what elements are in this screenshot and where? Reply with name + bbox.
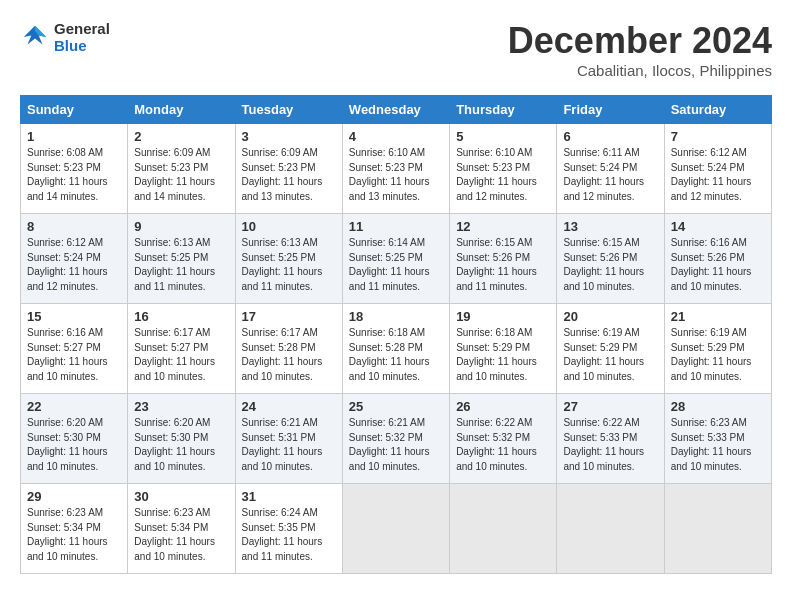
day-number: 4: [349, 129, 443, 144]
day-number: 7: [671, 129, 765, 144]
calendar-cell: [342, 484, 449, 574]
day-info: Sunrise: 6:20 AMSunset: 5:30 PMDaylight:…: [134, 416, 228, 474]
calendar-cell: 25Sunrise: 6:21 AMSunset: 5:32 PMDayligh…: [342, 394, 449, 484]
calendar-cell: 24Sunrise: 6:21 AMSunset: 5:31 PMDayligh…: [235, 394, 342, 484]
day-info: Sunrise: 6:23 AMSunset: 5:34 PMDaylight:…: [27, 506, 121, 564]
day-info: Sunrise: 6:16 AMSunset: 5:26 PMDaylight:…: [671, 236, 765, 294]
calendar-cell: 2Sunrise: 6:09 AMSunset: 5:23 PMDaylight…: [128, 124, 235, 214]
day-number: 16: [134, 309, 228, 324]
day-info: Sunrise: 6:21 AMSunset: 5:32 PMDaylight:…: [349, 416, 443, 474]
title-area: December 2024 Cabalitian, Ilocos, Philip…: [508, 20, 772, 79]
day-info: Sunrise: 6:13 AMSunset: 5:25 PMDaylight:…: [242, 236, 336, 294]
calendar-cell: 6Sunrise: 6:11 AMSunset: 5:24 PMDaylight…: [557, 124, 664, 214]
day-info: Sunrise: 6:19 AMSunset: 5:29 PMDaylight:…: [671, 326, 765, 384]
calendar-cell: 3Sunrise: 6:09 AMSunset: 5:23 PMDaylight…: [235, 124, 342, 214]
calendar-cell: 9Sunrise: 6:13 AMSunset: 5:25 PMDaylight…: [128, 214, 235, 304]
day-info: Sunrise: 6:21 AMSunset: 5:31 PMDaylight:…: [242, 416, 336, 474]
weekday-header-thursday: Thursday: [450, 96, 557, 124]
day-number: 17: [242, 309, 336, 324]
day-info: Sunrise: 6:12 AMSunset: 5:24 PMDaylight:…: [671, 146, 765, 204]
day-number: 29: [27, 489, 121, 504]
day-info: Sunrise: 6:17 AMSunset: 5:27 PMDaylight:…: [134, 326, 228, 384]
calendar-table: SundayMondayTuesdayWednesdayThursdayFrid…: [20, 95, 772, 574]
calendar-week-row: 22Sunrise: 6:20 AMSunset: 5:30 PMDayligh…: [21, 394, 772, 484]
day-info: Sunrise: 6:18 AMSunset: 5:28 PMDaylight:…: [349, 326, 443, 384]
logo-icon: [20, 22, 50, 52]
day-number: 22: [27, 399, 121, 414]
calendar-cell: 13Sunrise: 6:15 AMSunset: 5:26 PMDayligh…: [557, 214, 664, 304]
day-number: 10: [242, 219, 336, 234]
day-info: Sunrise: 6:18 AMSunset: 5:29 PMDaylight:…: [456, 326, 550, 384]
day-number: 21: [671, 309, 765, 324]
calendar-cell: 31Sunrise: 6:24 AMSunset: 5:35 PMDayligh…: [235, 484, 342, 574]
calendar-cell: 14Sunrise: 6:16 AMSunset: 5:26 PMDayligh…: [664, 214, 771, 304]
calendar-cell: 8Sunrise: 6:12 AMSunset: 5:24 PMDaylight…: [21, 214, 128, 304]
calendar-cell: 12Sunrise: 6:15 AMSunset: 5:26 PMDayligh…: [450, 214, 557, 304]
day-number: 8: [27, 219, 121, 234]
calendar-cell: 20Sunrise: 6:19 AMSunset: 5:29 PMDayligh…: [557, 304, 664, 394]
calendar-week-row: 8Sunrise: 6:12 AMSunset: 5:24 PMDaylight…: [21, 214, 772, 304]
weekday-header-sunday: Sunday: [21, 96, 128, 124]
day-number: 28: [671, 399, 765, 414]
calendar-cell: 30Sunrise: 6:23 AMSunset: 5:34 PMDayligh…: [128, 484, 235, 574]
day-info: Sunrise: 6:23 AMSunset: 5:33 PMDaylight:…: [671, 416, 765, 474]
calendar-week-row: 15Sunrise: 6:16 AMSunset: 5:27 PMDayligh…: [21, 304, 772, 394]
day-number: 6: [563, 129, 657, 144]
calendar-cell: [450, 484, 557, 574]
calendar-cell: 29Sunrise: 6:23 AMSunset: 5:34 PMDayligh…: [21, 484, 128, 574]
calendar-cell: 10Sunrise: 6:13 AMSunset: 5:25 PMDayligh…: [235, 214, 342, 304]
day-info: Sunrise: 6:22 AMSunset: 5:33 PMDaylight:…: [563, 416, 657, 474]
day-info: Sunrise: 6:23 AMSunset: 5:34 PMDaylight:…: [134, 506, 228, 564]
calendar-body: 1Sunrise: 6:08 AMSunset: 5:23 PMDaylight…: [21, 124, 772, 574]
day-number: 20: [563, 309, 657, 324]
day-number: 5: [456, 129, 550, 144]
day-info: Sunrise: 6:24 AMSunset: 5:35 PMDaylight:…: [242, 506, 336, 564]
calendar-cell: 7Sunrise: 6:12 AMSunset: 5:24 PMDaylight…: [664, 124, 771, 214]
day-info: Sunrise: 6:09 AMSunset: 5:23 PMDaylight:…: [242, 146, 336, 204]
day-number: 15: [27, 309, 121, 324]
calendar-cell: 23Sunrise: 6:20 AMSunset: 5:30 PMDayligh…: [128, 394, 235, 484]
logo-text: General Blue: [54, 20, 110, 55]
weekday-header-tuesday: Tuesday: [235, 96, 342, 124]
day-info: Sunrise: 6:08 AMSunset: 5:23 PMDaylight:…: [27, 146, 121, 204]
day-number: 30: [134, 489, 228, 504]
day-info: Sunrise: 6:15 AMSunset: 5:26 PMDaylight:…: [456, 236, 550, 294]
calendar-cell: 28Sunrise: 6:23 AMSunset: 5:33 PMDayligh…: [664, 394, 771, 484]
weekday-header-monday: Monday: [128, 96, 235, 124]
calendar-cell: 21Sunrise: 6:19 AMSunset: 5:29 PMDayligh…: [664, 304, 771, 394]
day-number: 18: [349, 309, 443, 324]
day-number: 13: [563, 219, 657, 234]
location-subtitle: Cabalitian, Ilocos, Philippines: [508, 62, 772, 79]
weekday-header-row: SundayMondayTuesdayWednesdayThursdayFrid…: [21, 96, 772, 124]
day-number: 27: [563, 399, 657, 414]
calendar-cell: 16Sunrise: 6:17 AMSunset: 5:27 PMDayligh…: [128, 304, 235, 394]
day-number: 12: [456, 219, 550, 234]
calendar-week-row: 1Sunrise: 6:08 AMSunset: 5:23 PMDaylight…: [21, 124, 772, 214]
calendar-cell: 4Sunrise: 6:10 AMSunset: 5:23 PMDaylight…: [342, 124, 449, 214]
day-info: Sunrise: 6:11 AMSunset: 5:24 PMDaylight:…: [563, 146, 657, 204]
day-info: Sunrise: 6:14 AMSunset: 5:25 PMDaylight:…: [349, 236, 443, 294]
calendar-cell: 15Sunrise: 6:16 AMSunset: 5:27 PMDayligh…: [21, 304, 128, 394]
logo: General Blue: [20, 20, 110, 55]
day-number: 23: [134, 399, 228, 414]
day-number: 24: [242, 399, 336, 414]
day-number: 11: [349, 219, 443, 234]
day-info: Sunrise: 6:19 AMSunset: 5:29 PMDaylight:…: [563, 326, 657, 384]
calendar-cell: 5Sunrise: 6:10 AMSunset: 5:23 PMDaylight…: [450, 124, 557, 214]
weekday-header-friday: Friday: [557, 96, 664, 124]
day-number: 26: [456, 399, 550, 414]
header: General Blue December 2024 Cabalitian, I…: [20, 20, 772, 79]
calendar-cell: [557, 484, 664, 574]
calendar-cell: 22Sunrise: 6:20 AMSunset: 5:30 PMDayligh…: [21, 394, 128, 484]
day-info: Sunrise: 6:13 AMSunset: 5:25 PMDaylight:…: [134, 236, 228, 294]
day-number: 25: [349, 399, 443, 414]
day-number: 14: [671, 219, 765, 234]
day-info: Sunrise: 6:09 AMSunset: 5:23 PMDaylight:…: [134, 146, 228, 204]
month-title: December 2024: [508, 20, 772, 62]
day-number: 19: [456, 309, 550, 324]
calendar-cell: 11Sunrise: 6:14 AMSunset: 5:25 PMDayligh…: [342, 214, 449, 304]
calendar-cell: [664, 484, 771, 574]
day-info: Sunrise: 6:20 AMSunset: 5:30 PMDaylight:…: [27, 416, 121, 474]
calendar-cell: 26Sunrise: 6:22 AMSunset: 5:32 PMDayligh…: [450, 394, 557, 484]
calendar-cell: 27Sunrise: 6:22 AMSunset: 5:33 PMDayligh…: [557, 394, 664, 484]
